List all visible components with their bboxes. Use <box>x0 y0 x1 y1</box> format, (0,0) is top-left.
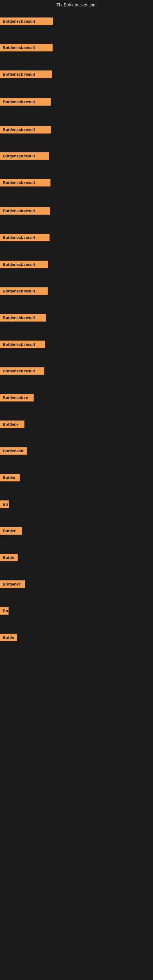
bottleneck-result-item: Bottlenec <box>0 580 25 588</box>
bottleneck-result-item: Bottle <box>0 634 17 641</box>
bottleneck-result-item: Bottleneck result <box>0 207 50 215</box>
bottleneck-result-item: Bottleneck result <box>0 152 49 160</box>
bottleneck-result-item: Bo <box>0 500 9 508</box>
bottleneck-result-item: Bottleneck result <box>0 179 51 186</box>
bottleneck-result-item: Bottleneck result <box>0 261 48 268</box>
bottleneck-result-item: Bottlen <box>0 527 22 535</box>
bottleneck-result-item: Bottle <box>0 554 18 562</box>
bottleneck-result-item: Bottlene <box>0 420 24 428</box>
bottleneck-result-item: Bottleneck result <box>0 18 53 25</box>
bottleneck-result-item: Bottleneck result <box>0 340 45 348</box>
bottleneck-result-item: Bottleneck result <box>0 70 52 78</box>
bottleneck-result-item: Bottleneck result <box>0 98 51 106</box>
bottleneck-result-item: Bottler <box>0 474 20 481</box>
bottleneck-result-item: Bottleneck result <box>0 367 45 375</box>
bottleneck-result-item: Bottleneck result <box>0 287 48 295</box>
bottleneck-result-item: Bottleneck <box>0 447 27 455</box>
site-title: TheBottlenecker.com <box>0 0 153 9</box>
bottleneck-result-item: Bottleneck result <box>0 234 49 241</box>
bottleneck-result-item: Bottleneck result <box>0 44 53 51</box>
bottleneck-result-item: Bo <box>0 607 9 615</box>
bottleneck-result-item: Bottleneck re <box>0 394 33 401</box>
bottleneck-result-item: Bottleneck result <box>0 314 46 321</box>
bottleneck-result-item: Bottleneck result <box>0 126 51 134</box>
